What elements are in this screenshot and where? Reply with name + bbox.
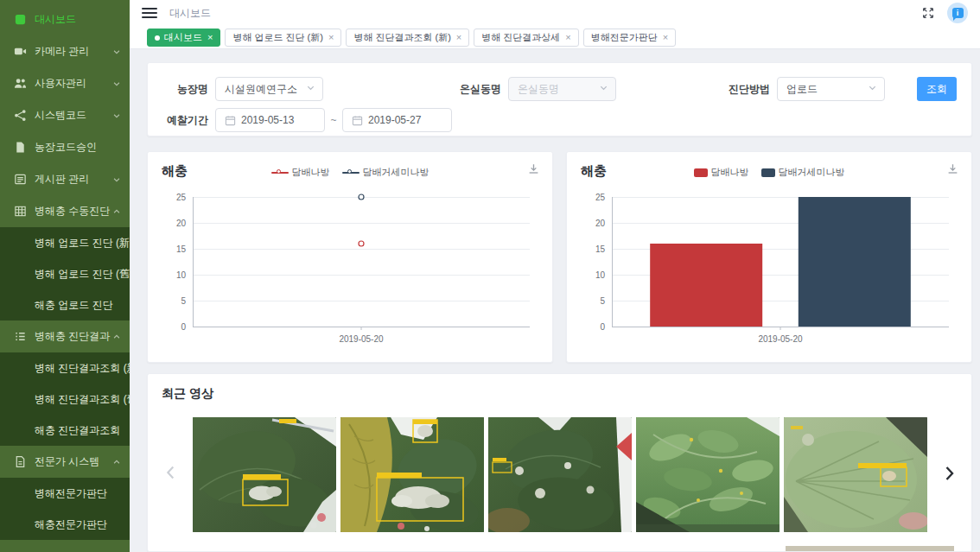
sidebar-item-dashboard[interactable]: 대시보드 (0, 3, 130, 35)
svg-text:10: 10 (595, 270, 606, 280)
close-tab-icon[interactable]: × (565, 33, 570, 42)
chevron-down-icon (112, 79, 121, 88)
sidebar-item-camera[interactable]: 카메라 관리 (0, 35, 130, 67)
greenhouse-select[interactable]: 온실동명 (508, 77, 616, 101)
carousel-track (193, 417, 927, 532)
leaf-image-detection-1[interactable] (193, 417, 336, 532)
svg-text:20: 20 (595, 219, 606, 228)
calendar-icon (225, 115, 236, 126)
chart-header: 해충 담배나방담배거세미나방 (148, 152, 552, 188)
svg-text:0: 0 (600, 322, 605, 332)
sidebar-subitem[interactable]: 병해 진단결과조회 (舊) (0, 384, 130, 415)
leaf-image-detection-5[interactable] (784, 417, 927, 532)
sidebar-item-doc-check[interactable]: 농장코드승인 (0, 131, 130, 163)
chart-legend: 담배나방담배거세미나방 (148, 166, 552, 179)
sidebar-item-grid[interactable]: 병해충 수동진단 (0, 195, 130, 227)
sidebar-subitem[interactable]: 해충 업로드 진단 (0, 289, 130, 320)
search-button[interactable]: 조회 (917, 77, 957, 101)
date-to-input[interactable]: 2019-05-27 (342, 108, 452, 132)
svg-text:25: 25 (176, 193, 187, 202)
legend-swatch-icon (761, 168, 775, 177)
chevron-down-icon (306, 83, 315, 95)
sidebar-subitem[interactable]: 병해 진단결과조회 (新) (0, 352, 130, 384)
system-icon (13, 109, 27, 123)
breadcrumb: 대시보드 (169, 6, 211, 21)
message-info-icon[interactable]: i (947, 3, 968, 23)
close-tab-icon[interactable]: × (207, 33, 213, 42)
doc-check-icon (13, 141, 27, 155)
sidebar-subitem[interactable]: 병해 업로드 진단 (新) (0, 227, 130, 258)
chevron-down-icon (599, 83, 608, 95)
file-icon (13, 455, 27, 469)
sidebar-submenu: 병해 업로드 진단 (新)병해 업로드 진단 (舊)해충 업로드 진단 (0, 227, 130, 320)
tab[interactable]: 대시보드× (147, 29, 220, 47)
sidebar-submenu: 병해전문가판단해충전문가판단 (0, 478, 130, 540)
close-tab-icon[interactable]: × (456, 33, 461, 42)
legend-swatch-icon (694, 168, 708, 177)
svg-text:2019-05-20: 2019-05-20 (339, 334, 384, 344)
svg-text:10: 10 (176, 270, 187, 280)
calendar-icon (352, 115, 363, 126)
hamburger-menu-icon[interactable] (142, 8, 157, 18)
tab[interactable]: 병해 진단결과상세× (474, 29, 579, 47)
farm-name-select[interactable]: 시설원예연구소 (215, 77, 323, 101)
download-icon[interactable] (946, 162, 959, 175)
svg-text:15: 15 (176, 244, 187, 254)
method-label: 진단방법 (720, 82, 770, 97)
legend-item[interactable]: 담배거세미나방 (342, 166, 430, 179)
content-area: 농장명 시설원예연구소 온실동명 온실동명 진단방법 업로드 (130, 49, 980, 552)
sidebar-subitem[interactable]: 해충 진단결과조회 (0, 415, 130, 446)
sidebar-subitem[interactable]: 병해전문가판단 (0, 478, 130, 509)
date-from-input[interactable]: 2019-05-13 (215, 108, 325, 132)
tab[interactable]: 병해전문가판단× (583, 29, 676, 47)
close-tab-icon[interactable]: × (663, 33, 668, 42)
farm-name-label: 농장명 (158, 82, 208, 97)
pest-bar-chart-card: 해충 담배나방담배거세미나방 05101520252019-05-20 (566, 151, 972, 363)
sidebar-item-system[interactable]: 시스템코드 (0, 99, 130, 131)
sidebar-item-label: 병해충 진단결과 (35, 329, 110, 344)
legend-label: 담배거세미나방 (363, 166, 430, 179)
tab[interactable]: 병해 진단결과조회 (新)× (346, 29, 469, 47)
recent-images-panel: 최근 영상 (147, 373, 972, 552)
chevron-up-icon (112, 207, 121, 216)
sidebar: 대시보드카메라 관리사용자관리시스템코드농장코드승인게시판 관리병해충 수동진단… (0, 0, 130, 552)
tab-bar: 대시보드×병해 업로드 진단 (新)×병해 진단결과조회 (新)×병해 진단결과… (130, 26, 980, 49)
carousel-next-button[interactable] (939, 463, 959, 484)
carousel-prev-button[interactable] (162, 463, 181, 482)
tab[interactable]: 병해 업로드 진단 (新)× (225, 29, 341, 47)
leaf-image-detection-3[interactable] (488, 417, 632, 532)
sidebar-item-label: 대시보드 (35, 12, 76, 27)
sidebar-item-board[interactable]: 게시판 관리 (0, 163, 130, 195)
bar-plot: 05101520252019-05-20 (579, 190, 959, 351)
svg-text:25: 25 (595, 193, 606, 202)
close-tab-icon[interactable]: × (328, 33, 334, 42)
legend-item[interactable]: 담배나방 (271, 166, 330, 179)
leaf-image-detection-2[interactable] (340, 417, 484, 532)
legend-label: 담배거세미나방 (779, 166, 845, 179)
sidebar-item-label: 시스템코드 (35, 108, 86, 123)
sidebar-item-label: 사용자관리 (35, 76, 86, 91)
topbar-icons: i (921, 3, 968, 23)
message-info-glyph: i (952, 8, 964, 18)
charts-row: 해충 담배나방담배거세미나방 05101520252019-05-20 해충 담… (147, 151, 972, 363)
svg-text:0: 0 (181, 322, 186, 332)
sidebar-item-list[interactable]: 병해충 진단결과 (0, 320, 130, 352)
method-select[interactable]: 업로드 (777, 77, 885, 101)
chart-header: 해충 담배나방담배거세미나방 (567, 152, 971, 188)
sidebar-item-users[interactable]: 사용자관리 (0, 67, 130, 99)
sidebar-item-file[interactable]: 전문가 시스템 (0, 446, 130, 478)
tab-label: 병해 업로드 진단 (新) (232, 31, 323, 44)
legend-line-circle-icon (271, 169, 289, 176)
farm-name-value: 시설원예연구소 (225, 82, 297, 97)
legend-item[interactable]: 담배나방 (694, 166, 749, 179)
board-icon (13, 173, 27, 187)
sidebar-submenu: 병해 진단결과조회 (新)병해 진단결과조회 (舊)해충 진단결과조회 (0, 352, 130, 446)
chevron-up-icon (112, 333, 121, 341)
chevron-down-icon (112, 175, 121, 184)
download-icon[interactable] (527, 162, 540, 175)
fullscreen-icon[interactable] (921, 6, 935, 20)
plant-image-4[interactable] (636, 417, 780, 532)
legend-item[interactable]: 담배거세미나방 (761, 166, 845, 179)
sidebar-subitem[interactable]: 해충전문가판단 (0, 509, 130, 540)
sidebar-subitem[interactable]: 병해 업로드 진단 (舊) (0, 258, 130, 289)
